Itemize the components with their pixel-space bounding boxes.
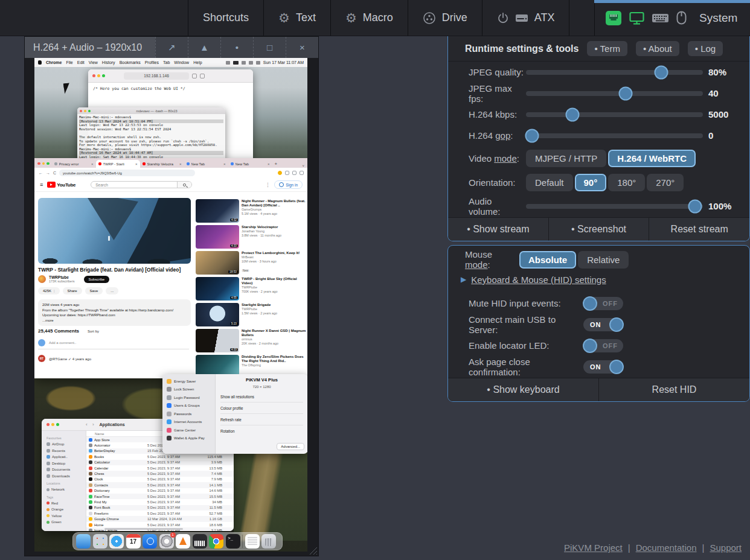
settings-sidebar-item: Energy Saver bbox=[167, 377, 215, 386]
app-icon bbox=[89, 472, 92, 476]
app-icon bbox=[89, 483, 92, 487]
youtube-signin-button: Sign in bbox=[274, 180, 303, 189]
video-duration: 4:33 bbox=[230, 244, 238, 247]
display-resolution: 720 × 1280 bbox=[220, 385, 303, 389]
finder-file-row: Calendar 5 Dec 2023, 9:37 AM 13.5 MB bbox=[86, 465, 234, 471]
gear-icon: ⚙ bbox=[345, 11, 357, 24]
video-thumbnail: 4:55 bbox=[196, 277, 239, 301]
menu-shortcuts[interactable]: Shortcuts bbox=[188, 0, 263, 36]
network-icon bbox=[46, 488, 50, 491]
toggle-switch[interactable]: OFF bbox=[583, 297, 623, 310]
video-mode-h264-button[interactable]: H.264 / WebRTC bbox=[608, 150, 696, 167]
toggle-state-label: OFF bbox=[603, 297, 618, 310]
slider-thumb bbox=[688, 199, 702, 213]
menu-drive[interactable]: Drive bbox=[408, 0, 482, 36]
term-button[interactable]: • Term bbox=[587, 41, 627, 56]
suggested-video: 5:23 Starlight Brigade TWRPtube 1.5M vie… bbox=[196, 303, 307, 326]
menu-text[interactable]: ⚙ Text bbox=[263, 0, 330, 36]
screenshot-button[interactable]: • Screenshot bbox=[549, 218, 650, 241]
jpeg-fps-value: 40 bbox=[708, 88, 719, 98]
hid-toggle-row: Ask page close confirmation: ON bbox=[448, 356, 749, 377]
pikvm-project-link[interactable]: PiKVM Project bbox=[564, 542, 623, 553]
stream-dot-button[interactable]: • bbox=[220, 37, 253, 58]
video-mode-mjpeg-button[interactable]: MJPEG / HTTP bbox=[526, 150, 606, 167]
mac-dock: 17 1 bbox=[72, 532, 283, 550]
menu-system[interactable]: System bbox=[594, 0, 750, 36]
finder-file-row: Books 5 Dec 2023, 9:37 AM 115.4 MB bbox=[86, 454, 234, 459]
support-link[interactable]: Support bbox=[710, 542, 742, 553]
suggested-video: 4:33 Night Runner X Danni GSD | Magnum B… bbox=[196, 329, 307, 352]
stream-maximize-button[interactable]: □ bbox=[253, 37, 286, 58]
more-button: ... bbox=[106, 287, 118, 294]
hid-settings-link[interactable]: Keyboard & Mouse (HID) settings bbox=[471, 275, 606, 285]
finder-file-row: Home 5 Dec 2023, 9:37 AM 18.6 MB bbox=[86, 522, 234, 527]
mouse-absolute-button[interactable]: Absolute bbox=[519, 251, 576, 269]
terminal-line: Last login: Wed Mar 13 22:53:53 on conso… bbox=[79, 123, 223, 127]
mouse-relative-button[interactable]: Relative bbox=[578, 251, 629, 269]
h264-kbps-slider[interactable] bbox=[526, 107, 703, 122]
reset-stream-button[interactable]: Reset stream bbox=[649, 218, 749, 241]
show-stream-button[interactable]: • Show stream bbox=[448, 218, 549, 241]
video-player bbox=[38, 198, 191, 264]
toggle-switch[interactable]: ON bbox=[583, 360, 623, 374]
terminal-line: [Restored 13 Mar 2024 at 10:51:04 PM] bbox=[79, 119, 223, 124]
audio-volume-slider[interactable] bbox=[526, 199, 703, 214]
orientation-default-button[interactable]: Default bbox=[526, 174, 573, 191]
toggle-thumb bbox=[609, 317, 624, 332]
reset-hid-button[interactable]: Reset HID bbox=[599, 378, 749, 401]
hid-toggle-row: Enable locator LED: OFF bbox=[448, 335, 749, 356]
gop-tooltip-link[interactable]: gop bbox=[495, 130, 510, 141]
mouse-mode-tooltip-link[interactable]: mode bbox=[465, 259, 488, 270]
menu-macro[interactable]: ⚙ Macro bbox=[330, 0, 408, 36]
mouse-cursor bbox=[63, 83, 71, 94]
stream-window-titlebar[interactable]: H.264 + Audio – 1920x10 ↗ ▲ • □ × bbox=[25, 37, 318, 58]
trash-dock-icon bbox=[261, 534, 276, 549]
runtime-settings-panel: Runtime settings & tools • Term • About … bbox=[447, 36, 750, 241]
finder-tag-item: Red bbox=[46, 500, 86, 507]
stream-collapse-button[interactable]: ▲ bbox=[188, 37, 220, 58]
traffic-lights bbox=[46, 423, 59, 426]
terminal-dock-icon bbox=[226, 534, 240, 549]
finder-file-row: Chess 5 Dec 2023, 9:37 AM 7.4 MB bbox=[86, 471, 234, 476]
comments-header: 25,445 Comments Sort by bbox=[38, 328, 99, 334]
settings-item-icon bbox=[167, 419, 171, 424]
mac-menu-item: View bbox=[89, 60, 98, 65]
documentation-link[interactable]: Documentation bbox=[636, 542, 697, 553]
new-badge: New bbox=[242, 269, 249, 272]
log-button[interactable]: • Log bbox=[688, 41, 723, 56]
menu-atx[interactable]: ATX bbox=[482, 0, 570, 36]
app-icon bbox=[89, 466, 92, 470]
jpeg-max-fps-slider[interactable] bbox=[526, 86, 703, 101]
terminal-output: Maxims-Mac-mini:~ mdevaev$[Restored 13 M… bbox=[77, 114, 225, 161]
video-mode-tooltip-link[interactable]: mode bbox=[494, 153, 517, 164]
tab-favicon bbox=[187, 162, 190, 165]
description-line: Upcoming tour dates: https://TWRPband.co… bbox=[42, 313, 187, 318]
audio-volume-value: 100% bbox=[708, 201, 731, 211]
about-button[interactable]: • About bbox=[636, 41, 679, 56]
safari-dock-icon bbox=[109, 534, 124, 549]
stream-expand-button[interactable]: ↗ bbox=[155, 37, 188, 58]
video-thumbnail: 4:32 bbox=[196, 199, 239, 223]
like-button: 425K| bbox=[38, 287, 60, 294]
audio-volume-row: Audio volume: 100% bbox=[448, 194, 749, 218]
remote-desktop-stream[interactable]: ChromeFileEditViewHistoryBookmarksProfil… bbox=[34, 58, 307, 552]
h264-gop-value: 0 bbox=[708, 130, 713, 141]
video-duration: 18:53 bbox=[228, 270, 238, 273]
toggle-switch[interactable]: ON bbox=[583, 318, 623, 331]
h264-gop-slider[interactable] bbox=[526, 128, 703, 144]
slider-thumb bbox=[525, 129, 539, 142]
orientation-270-button[interactable]: 270° bbox=[647, 174, 684, 191]
finder-file-row: Freeform 5 Dec 2023, 9:37 AM 52.7 MB bbox=[86, 511, 234, 516]
sidebar-item-icon bbox=[46, 468, 50, 471]
jpeg-fps-row: JPEG max fps: 40 bbox=[448, 83, 749, 104]
finder-sidebar-item: Downloads bbox=[46, 473, 86, 480]
show-keyboard-button[interactable]: • Show keyboard bbox=[448, 378, 599, 401]
youtube-page: TWRP - Starlight Brigade (feat. Dan Avid… bbox=[34, 192, 307, 378]
stream-close-button[interactable]: × bbox=[286, 37, 318, 58]
sidebar-item-icon bbox=[46, 462, 50, 465]
orientation-90-button[interactable]: 90° bbox=[575, 174, 607, 191]
toggle-switch[interactable]: OFF bbox=[583, 339, 623, 352]
jpeg-quality-slider[interactable] bbox=[526, 65, 703, 80]
orientation-180-button[interactable]: 180° bbox=[608, 174, 645, 191]
disclosure-triangle-icon: ▶ bbox=[461, 275, 466, 284]
